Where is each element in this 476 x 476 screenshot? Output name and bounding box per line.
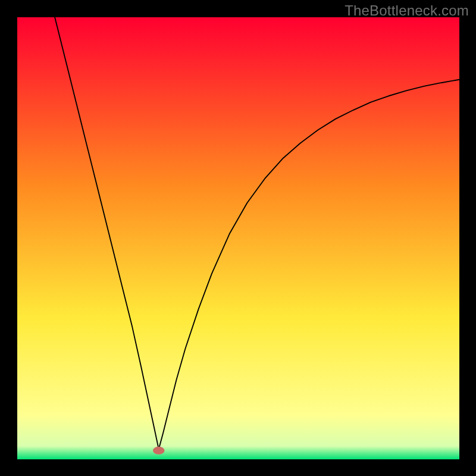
gradient-background bbox=[17, 17, 459, 459]
bottleneck-chart bbox=[17, 17, 459, 459]
watermark-text: TheBottleneck.com bbox=[345, 2, 469, 19]
optimal-point-marker bbox=[153, 446, 164, 454]
chart-frame bbox=[17, 17, 459, 459]
